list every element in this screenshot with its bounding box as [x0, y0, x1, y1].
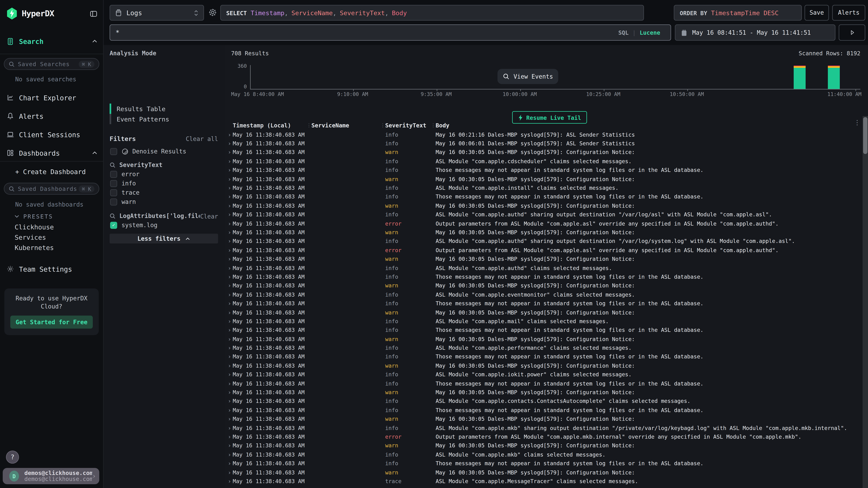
checkbox[interactable]	[110, 171, 117, 178]
log-row[interactable]: ›May 16 11:38:40.683 AMinfoThose message…	[225, 299, 862, 308]
log-row[interactable]: ›May 16 11:38:40.683 AMwarnMay 16 00:30:…	[225, 228, 862, 237]
log-row[interactable]: ›May 16 11:38:40.683 AMinfoThose message…	[225, 326, 862, 334]
column-resize-grip[interactable]: ⋮	[431, 122, 436, 128]
log-row[interactable]: ›May 16 11:38:40.683 AMwarnMay 16 00:30:…	[225, 415, 862, 423]
log-row[interactable]: ›May 16 11:38:40.683 AMinfoASL Module "c…	[225, 157, 862, 166]
log-row[interactable]: ›May 16 11:38:40.683 AMinfoThose message…	[225, 352, 862, 361]
sidebar-collapse-icon[interactable]	[90, 9, 98, 18]
log-row[interactable]: ›May 16 11:38:40.683 AMinfoThose message…	[225, 166, 862, 174]
checkbox[interactable]	[110, 148, 117, 155]
date-range-picker[interactable]: May 16 08:41:51 - May 16 11:41:51	[675, 24, 835, 41]
lucene-mode-toggle[interactable]: Lucene	[640, 29, 660, 36]
log-row[interactable]: ›May 16 11:38:40.683 AMinfoASL Module "c…	[225, 423, 862, 432]
alerts-button[interactable]: Alerts	[832, 5, 865, 21]
log-row[interactable]: ›May 16 11:38:40.683 AMwarnMay 16 00:30:…	[225, 281, 862, 290]
filter-option-trace[interactable]: trace	[110, 189, 140, 196]
save-button[interactable]: Save	[805, 5, 829, 21]
log-row[interactable]: ›May 16 11:38:40.683 AMinfoASL Module "c…	[225, 263, 862, 272]
log-row[interactable]: ›May 16 11:38:40.683 AMerrorOutput param…	[225, 219, 862, 228]
log-row[interactable]: ›May 16 11:38:40.683 AMtraceASL Module "…	[225, 477, 862, 486]
chevron-up-icon[interactable]	[92, 151, 98, 155]
log-row[interactable]: ›May 16 11:38:40.683 AMinfoASL Module "c…	[225, 317, 862, 326]
sql-mode-toggle[interactable]: SQL	[618, 29, 628, 36]
log-row[interactable]: ›May 16 11:38:40.683 AMinfoThose message…	[225, 272, 862, 281]
source-select[interactable]: Logs	[110, 5, 204, 21]
log-row[interactable]: ›May 16 11:38:40.683 AMwarnMay 16 00:30:…	[225, 201, 862, 210]
less-filters-button[interactable]: Less filters	[110, 234, 218, 243]
column-header-timestamp[interactable]: Timestamp (Local)⋮	[233, 122, 311, 128]
log-row[interactable]: ›May 16 11:38:40.683 AMwarnMay 16 00:30:…	[225, 468, 862, 477]
column-header-servicename[interactable]: ServiceName⋮	[311, 122, 385, 128]
mode-results-table[interactable]: Results Table	[110, 104, 218, 114]
select-clause-input[interactable]: SELECT Timestamp, ServiceName, SeverityT…	[220, 5, 644, 21]
log-row[interactable]: ›May 16 11:38:40.683 AMinfoThose message…	[225, 379, 862, 388]
checkbox-checked[interactable]: ✓	[110, 222, 117, 229]
gear-icon[interactable]	[208, 8, 217, 17]
sidebar-item-dashboards[interactable]: Dashboards	[6, 148, 98, 158]
histogram-bar[interactable]	[828, 65, 840, 89]
log-row[interactable]: ›May 16 11:38:40.683 AMinfoThose message…	[225, 192, 862, 201]
create-dashboard-button[interactable]: + Create Dashboard	[15, 168, 86, 176]
run-query-button[interactable]	[839, 24, 865, 41]
log-row[interactable]: ›May 16 11:38:40.683 AMwarnMay 16 00:30:…	[225, 334, 862, 344]
mode-event-patterns[interactable]: Event Patterns	[110, 114, 218, 124]
log-row[interactable]: ›May 16 11:38:40.683 AMerrorOutput param…	[225, 432, 862, 441]
log-row[interactable]: ›May 16 11:38:40.683 AMwarnMay 16 00:30:…	[225, 255, 862, 263]
search-input[interactable]: * SQL | Lucene	[110, 24, 671, 41]
log-row[interactable]: ›May 16 11:38:40.683 AMinfoASL Module "c…	[225, 370, 862, 379]
log-row[interactable]: ›May 16 11:38:40.683 AMinfoThose message…	[225, 459, 862, 468]
log-row[interactable]: ›May 16 11:38:40.683 AMinfoASL Module "c…	[225, 184, 862, 192]
column-header-body[interactable]: Body	[436, 122, 862, 128]
denoise-results-checkbox[interactable]: Denoise Results	[110, 148, 186, 155]
log-row[interactable]: ›May 16 11:38:40.683 AMinfoMay 16 00:21:…	[225, 130, 862, 139]
checkbox[interactable]	[110, 198, 117, 205]
log-row[interactable]: ›May 16 11:38:40.683 AMinfoThose message…	[225, 405, 862, 415]
sidebar-item-client-sessions[interactable]: Client Sessions	[6, 129, 98, 140]
filter-option-error[interactable]: error	[110, 171, 140, 178]
scrollbar[interactable]	[863, 116, 868, 488]
sidebar-item-team-settings[interactable]: Team Settings	[6, 263, 98, 274]
view-events-button[interactable]: View Events	[497, 69, 558, 84]
column-resize-grip[interactable]: ⋮	[380, 122, 385, 128]
filter-option-system-log[interactable]: ✓system.log	[110, 222, 157, 229]
log-row[interactable]: ›May 16 11:38:40.683 AMwarnMay 16 00:30:…	[225, 388, 862, 397]
sidebar-item-kubernetes[interactable]: Kubernetes	[14, 244, 54, 252]
log-row[interactable]: ›May 16 11:38:40.683 AMwarnMay 16 00:30:…	[225, 361, 862, 370]
checkbox[interactable]	[110, 180, 117, 187]
sidebar-item-clickhouse[interactable]: Clickhouse	[14, 223, 54, 231]
order-by-input[interactable]: ORDER BY TimestampTime DESC	[674, 5, 802, 21]
log-row[interactable]: ›May 16 11:38:40.683 AMwarnMay 16 00:30:…	[225, 148, 862, 157]
help-button[interactable]: ?	[6, 451, 19, 464]
saved-searches-input[interactable]: Saved Searches ⌘ K	[4, 58, 99, 70]
scrollbar-thumb[interactable]	[863, 117, 867, 154]
sidebar-item-alerts[interactable]: Alerts	[6, 110, 98, 122]
filter-option-warn[interactable]: warn	[110, 198, 136, 205]
log-row[interactable]: ›May 16 11:38:40.683 AMinfoASL Module "c…	[225, 397, 862, 405]
table-options-menu-icon[interactable]: ⋮	[854, 119, 860, 126]
saved-dashboards-input[interactable]: Saved Dashboards ⌘ K	[4, 183, 99, 195]
log-row[interactable]: ›May 16 11:38:40.683 AMinfoASL Module "c…	[225, 237, 862, 246]
filter-option-info[interactable]: info	[110, 180, 136, 187]
log-row[interactable]: ›May 16 11:38:40.683 AMwarnMay 16 00:30:…	[225, 441, 862, 450]
get-started-button[interactable]: Get Started for Free	[10, 316, 93, 329]
log-row[interactable]: ›May 16 11:38:40.683 AMwarnMay 16 00:30:…	[225, 174, 862, 184]
histogram-bar[interactable]	[794, 65, 805, 89]
log-row[interactable]: ›May 16 11:38:40.683 AMinfoASL Module "c…	[225, 344, 862, 352]
log-row[interactable]: ›May 16 11:38:40.683 AMinfoASL Module "c…	[225, 290, 862, 299]
sidebar-item-chart-explorer[interactable]: Chart Explorer	[6, 92, 98, 103]
column-header-severitytext[interactable]: SeverityText⋮	[385, 122, 436, 128]
sidebar-item-search[interactable]: Search	[6, 36, 98, 46]
user-menu[interactable]: D demos@clickhouse.com demos@clickhouse.…	[3, 468, 99, 484]
log-row[interactable]: ›May 16 11:38:40.683 AMwarnMay 16 00:30:…	[225, 308, 862, 317]
sidebar-item-services[interactable]: Services	[14, 234, 46, 241]
presets-section-toggle[interactable]: PRESETS	[14, 213, 53, 220]
checkbox[interactable]	[110, 189, 117, 196]
log-row[interactable]: ›May 16 11:38:40.683 AMinfoMay 16 00:06:…	[225, 139, 862, 148]
log-row[interactable]: ›May 16 11:38:40.683 AMerrorOutput param…	[225, 246, 862, 255]
log-row[interactable]: ›May 16 11:38:40.683 AMinfoASL Module "c…	[225, 450, 862, 459]
logattributes-clear-link[interactable]: Clear	[200, 213, 218, 220]
clear-all-link[interactable]: Clear all	[186, 135, 218, 142]
log-row[interactable]: ›May 16 11:38:40.683 AMinfoASL Module "c…	[225, 210, 862, 219]
column-resize-grip[interactable]: ⋮	[307, 122, 311, 128]
chevron-up-icon[interactable]	[92, 39, 98, 43]
